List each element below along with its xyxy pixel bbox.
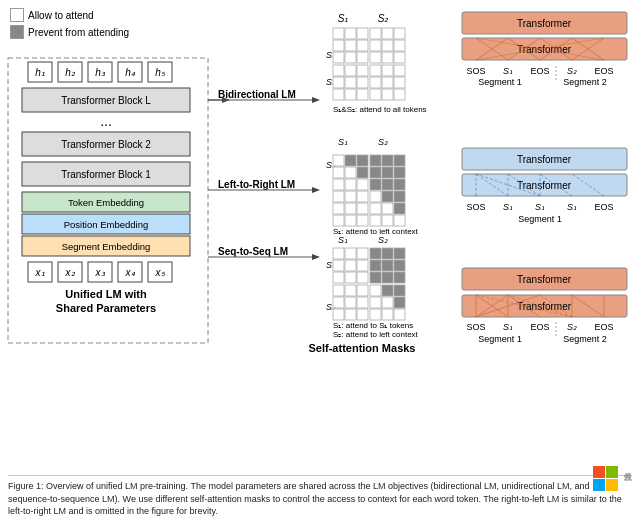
svg-text:h₂: h₂ bbox=[65, 67, 76, 78]
svg-rect-48 bbox=[345, 28, 356, 39]
svg-rect-103 bbox=[333, 191, 344, 202]
svg-rect-159 bbox=[394, 309, 405, 320]
svg-rect-136 bbox=[333, 272, 344, 283]
svg-text:Segment 1: Segment 1 bbox=[478, 334, 522, 344]
svg-rect-67 bbox=[357, 65, 368, 76]
svg-rect-75 bbox=[382, 77, 393, 88]
svg-rect-85 bbox=[333, 155, 344, 166]
svg-text:S₁: S₁ bbox=[535, 202, 545, 212]
svg-rect-82 bbox=[394, 89, 405, 100]
svg-text:h₃: h₃ bbox=[95, 67, 106, 78]
svg-rect-66 bbox=[345, 65, 356, 76]
svg-rect-87 bbox=[357, 155, 368, 166]
svg-rect-100 bbox=[370, 179, 381, 190]
figure-caption: Figure 1: Overview of unified LM pre-tra… bbox=[8, 475, 632, 518]
svg-rect-61 bbox=[357, 52, 368, 63]
logo-green bbox=[606, 466, 618, 478]
svg-rect-55 bbox=[357, 40, 368, 51]
svg-rect-130 bbox=[333, 260, 344, 271]
svg-text:Position Embedding: Position Embedding bbox=[64, 219, 149, 230]
svg-text:S₂: S₂ bbox=[378, 235, 388, 245]
svg-rect-157 bbox=[370, 309, 381, 320]
svg-rect-149 bbox=[345, 297, 356, 308]
svg-rect-72 bbox=[345, 77, 356, 88]
svg-rect-57 bbox=[382, 40, 393, 51]
svg-rect-114 bbox=[394, 203, 405, 214]
svg-text:SOS: SOS bbox=[466, 202, 485, 212]
svg-text:S₂: attend to left context: S₂: attend to left context bbox=[333, 330, 419, 339]
svg-rect-150 bbox=[357, 297, 368, 308]
svg-text:Segment 2: Segment 2 bbox=[563, 77, 607, 87]
svg-rect-139 bbox=[370, 272, 381, 283]
svg-rect-129 bbox=[394, 248, 405, 259]
svg-rect-81 bbox=[382, 89, 393, 100]
svg-rect-120 bbox=[394, 215, 405, 226]
svg-rect-53 bbox=[333, 40, 344, 51]
svg-rect-119 bbox=[382, 215, 393, 226]
svg-rect-126 bbox=[357, 248, 368, 259]
svg-rect-90 bbox=[394, 155, 405, 166]
svg-rect-73 bbox=[357, 77, 368, 88]
svg-rect-124 bbox=[333, 248, 344, 259]
svg-rect-50 bbox=[370, 28, 381, 39]
svg-rect-56 bbox=[370, 40, 381, 51]
svg-rect-132 bbox=[357, 260, 368, 271]
svg-rect-106 bbox=[370, 191, 381, 202]
svg-text:h₁: h₁ bbox=[35, 67, 45, 78]
svg-text:Transformer Block 1: Transformer Block 1 bbox=[61, 169, 151, 180]
svg-rect-95 bbox=[382, 167, 393, 178]
svg-rect-54 bbox=[345, 40, 356, 51]
svg-text:Shared Parameters: Shared Parameters bbox=[56, 302, 156, 314]
watermark-text: 系统分 bbox=[621, 466, 632, 491]
svg-rect-59 bbox=[333, 52, 344, 63]
svg-text:x₂: x₂ bbox=[65, 267, 76, 278]
svg-rect-58 bbox=[394, 40, 405, 51]
svg-rect-76 bbox=[394, 77, 405, 88]
logo-yellow bbox=[606, 479, 618, 491]
svg-rect-142 bbox=[333, 285, 344, 296]
svg-rect-147 bbox=[394, 285, 405, 296]
svg-rect-78 bbox=[345, 89, 356, 100]
diagram-svg: h₁ h₂ h₃ h₄ h₅ Transformer Block L ... T… bbox=[0, 0, 640, 420]
svg-text:S₂: S₂ bbox=[378, 137, 388, 147]
svg-rect-135 bbox=[394, 260, 405, 271]
svg-text:x₁: x₁ bbox=[35, 267, 45, 278]
svg-rect-110 bbox=[345, 203, 356, 214]
svg-text:S₁: S₁ bbox=[567, 202, 577, 212]
svg-text:S₁: S₁ bbox=[338, 13, 349, 24]
svg-text:Segment 1: Segment 1 bbox=[478, 77, 522, 87]
svg-text:Seq-to-Seq LM: Seq-to-Seq LM bbox=[218, 246, 288, 257]
svg-text:Transformer Block 2: Transformer Block 2 bbox=[61, 139, 151, 150]
svg-rect-51 bbox=[382, 28, 393, 39]
svg-rect-133 bbox=[370, 260, 381, 271]
svg-rect-116 bbox=[345, 215, 356, 226]
svg-rect-70 bbox=[394, 65, 405, 76]
svg-rect-156 bbox=[357, 309, 368, 320]
svg-rect-99 bbox=[357, 179, 368, 190]
svg-rect-146 bbox=[382, 285, 393, 296]
svg-rect-125 bbox=[345, 248, 356, 259]
svg-text:x₃: x₃ bbox=[95, 267, 106, 278]
svg-text:x₄: x₄ bbox=[125, 267, 136, 278]
svg-rect-111 bbox=[357, 203, 368, 214]
svg-rect-74 bbox=[370, 77, 381, 88]
svg-text:S₂: S₂ bbox=[378, 13, 390, 24]
svg-rect-109 bbox=[333, 203, 344, 214]
svg-rect-71 bbox=[333, 77, 344, 88]
svg-rect-86 bbox=[345, 155, 356, 166]
logo-red bbox=[593, 466, 605, 478]
svg-rect-68 bbox=[370, 65, 381, 76]
svg-text:EOS: EOS bbox=[530, 322, 549, 332]
svg-text:S₂: S₂ bbox=[567, 66, 577, 76]
svg-rect-52 bbox=[394, 28, 405, 39]
svg-text:Transformer: Transformer bbox=[517, 274, 572, 285]
svg-rect-138 bbox=[357, 272, 368, 283]
svg-rect-108 bbox=[394, 191, 405, 202]
main-container: Allow to attend Prevent from attending h… bbox=[0, 0, 640, 521]
svg-rect-47 bbox=[333, 28, 344, 39]
svg-rect-88 bbox=[370, 155, 381, 166]
svg-rect-104 bbox=[345, 191, 356, 202]
svg-rect-118 bbox=[370, 215, 381, 226]
svg-text:Token Embedding: Token Embedding bbox=[68, 197, 144, 208]
svg-rect-98 bbox=[345, 179, 356, 190]
